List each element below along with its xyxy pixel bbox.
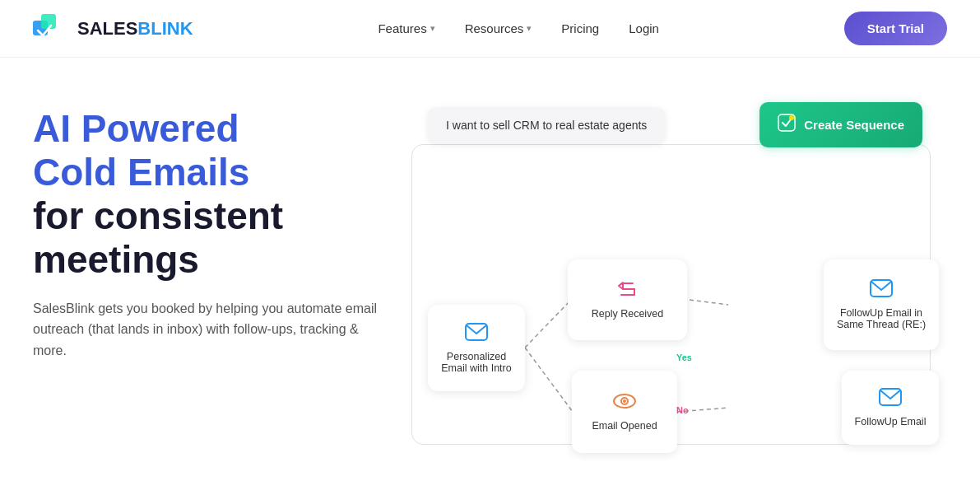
followup-email-label: FollowUp Email [855,416,927,427]
hero-title: AI Powered Cold Emails for consistent me… [33,107,379,282]
personalized-email-label: Personalized Email with Intro [438,351,515,374]
features-chevron-icon: ▾ [430,23,435,34]
hero-description: SalesBlink gets you booked by helping yo… [33,298,379,362]
followup-same-email-icon [870,279,893,302]
followup-email-icon [879,388,902,411]
logo-icon [33,14,69,44]
prompt-card: I want to sell CRM to real estate agents [428,107,665,143]
svg-line-2 [525,301,570,348]
hero-section: AI Powered Cold Emails for consistent me… [0,58,980,481]
email-opened-label: Email Opened [592,420,657,432]
nav-resources[interactable]: Resources ▾ [465,21,532,35]
logo-text: SALESBLINK [77,18,193,40]
email-opened-card: Email Opened [572,371,677,453]
svg-rect-1 [41,14,56,29]
create-sequence-button[interactable]: Create Sequence [759,102,922,147]
create-sequence-label: Create Sequence [804,118,904,132]
hero-title-line2: Cold Emails [33,151,249,194]
eye-icon [612,392,637,415]
hero-right: I want to sell CRM to real estate agents… [411,99,947,445]
followup-email-card: FollowUp Email [842,371,939,445]
followup-same-thread-card: FollowUp Email in Same Thread (RE:) [824,259,939,350]
no-label: No [676,405,689,415]
personalized-email-icon [465,323,488,346]
logo[interactable]: SALESBLINK [33,14,193,44]
svg-point-11 [623,399,626,403]
svg-point-7 [789,115,794,120]
create-sequence-icon [778,114,796,136]
hero-title-line3: for consistent [33,194,283,237]
yes-label: Yes [676,353,692,362]
reply-received-card: Reply Received [568,259,687,340]
svg-rect-12 [871,280,892,297]
start-trial-button[interactable]: Start Trial [844,12,947,45]
svg-line-4 [690,300,728,305]
navbar: SALESBLINK Features ▾ Resources ▾ Pricin… [0,0,980,58]
hero-title-line1: AI Powered [33,107,239,150]
nav-login[interactable]: Login [629,21,659,35]
hero-title-line4: meetings [33,238,199,281]
nav-features[interactable]: Features ▾ [378,21,434,35]
resources-chevron-icon: ▾ [527,23,532,34]
nav-links: Features ▾ Resources ▾ Pricing Login [378,21,658,35]
followup-same-label: FollowUp Email in Same Thread (RE:) [834,307,929,330]
nav-actions: Start Trial [844,12,947,45]
personalized-email-card: Personalized Email with Intro [428,305,525,391]
reply-received-label: Reply Received [592,308,664,320]
prompt-text: I want to sell CRM to real estate agents [446,119,647,132]
hero-left: AI Powered Cold Emails for consistent me… [33,107,379,361]
svg-line-3 [525,348,573,412]
reply-icon [616,280,639,303]
svg-rect-8 [466,324,487,340]
nav-pricing[interactable]: Pricing [561,21,599,35]
flow-diagram: I want to sell CRM to real estate agents… [411,99,947,445]
svg-rect-13 [880,389,901,405]
